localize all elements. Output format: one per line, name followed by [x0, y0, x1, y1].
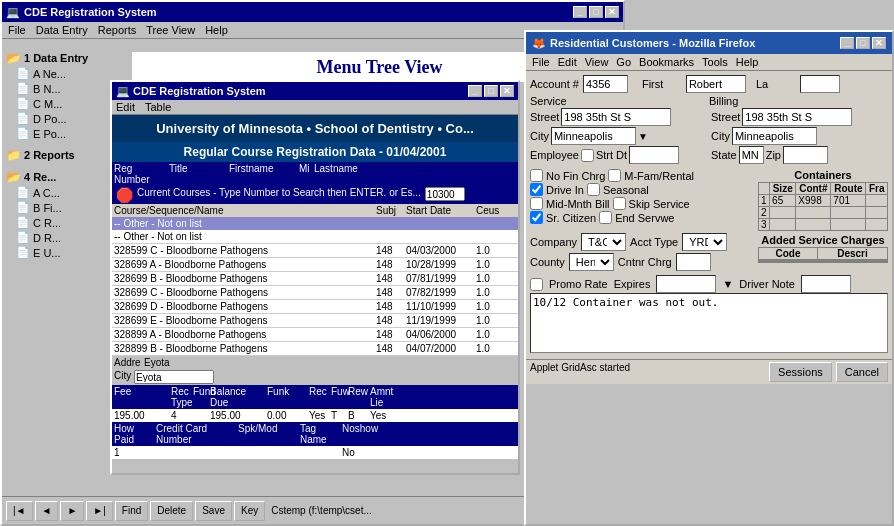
expires-input[interactable]	[656, 275, 716, 293]
find-btn[interactable]: Find	[115, 501, 148, 521]
cont-row-3: 3	[759, 219, 888, 231]
billing-city-input[interactable]	[732, 127, 817, 145]
account-input[interactable]	[583, 75, 628, 93]
cont-1-fra	[866, 195, 888, 207]
how-paid-val: 1	[114, 447, 154, 458]
ff-menu-help[interactable]: Help	[736, 56, 759, 68]
zip-input[interactable]	[783, 146, 828, 164]
added-service-panel: Added Service Charges Code Descri	[758, 233, 888, 271]
ff-minimize[interactable]: _	[840, 37, 854, 49]
course-row[interactable]: 328699 C - Bloodborne Pathogens14807/82/…	[112, 286, 518, 300]
driver-note-input[interactable]	[801, 275, 851, 293]
cont-col-num	[759, 183, 770, 195]
skip-service-label: Skip Service	[629, 198, 690, 210]
fee-label: Fee	[114, 386, 169, 408]
billing-street-input[interactable]	[742, 108, 852, 126]
ff-close[interactable]: ✕	[872, 37, 886, 49]
city-label: City	[114, 370, 134, 384]
close-btn[interactable]: ✕	[605, 6, 619, 18]
maximize-btn[interactable]: □	[589, 6, 603, 18]
city-dropdown-icon[interactable]: ▼	[638, 131, 648, 142]
ff-menu-go[interactable]: Go	[616, 56, 631, 68]
menu-help[interactable]: Help	[205, 24, 228, 36]
inner-menu-edit[interactable]: Edit	[116, 101, 135, 113]
nav-prev[interactable]: ◄	[35, 501, 59, 521]
doc-icon-2: 📄	[16, 82, 30, 95]
tree-label-reg: 4 Re...	[24, 171, 56, 183]
inner-maximize[interactable]: □	[484, 85, 498, 97]
employee-checkbox[interactable]	[581, 149, 594, 162]
minimize-btn[interactable]: _	[573, 6, 587, 18]
sr-citizen-cb[interactable]	[530, 211, 543, 224]
menu-tree-view[interactable]: Tree View	[146, 24, 195, 36]
inner-menu-table[interactable]: Table	[145, 101, 171, 113]
cancel-btn[interactable]: Cancel	[836, 362, 888, 382]
course-row[interactable]: 328699 E - Bloodborne Pathogens14811/19/…	[112, 314, 518, 328]
cde-title: CDE Registration System	[24, 6, 157, 18]
col-mi: Mi	[299, 163, 314, 185]
m-fam-rental-cb[interactable]	[608, 169, 621, 182]
state-input[interactable]	[739, 146, 764, 164]
course-row[interactable]: 328699 D - Bloodborne Pathogens14811/10/…	[112, 300, 518, 314]
menu-file[interactable]: File	[8, 24, 26, 36]
nav-next[interactable]: ►	[60, 501, 84, 521]
ff-menu-bookmarks[interactable]: Bookmarks	[639, 56, 694, 68]
ff-menu-edit[interactable]: Edit	[558, 56, 577, 68]
seasonal-cb[interactable]	[587, 183, 600, 196]
tree-item-a-new[interactable]: 📄 A Ne...	[6, 66, 128, 81]
ff-menu-tools[interactable]: Tools	[702, 56, 728, 68]
county-select[interactable]: Henn	[569, 253, 614, 271]
county-cntnr-row: County Henn Cntnr Chrg	[530, 253, 754, 271]
tree-label-c-m: C M...	[33, 98, 62, 110]
cntnr-chrg-input[interactable]	[676, 253, 711, 271]
course-row[interactable]: 328699 B - Bloodborne Pathogens14807/81/…	[112, 272, 518, 286]
notes-textarea[interactable]: 10/12 Container was not out.	[530, 293, 888, 353]
ff-maximize[interactable]: □	[856, 37, 870, 49]
street-input[interactable]	[561, 108, 671, 126]
course-row[interactable]: 328699 A - Bloodborne Pathogens14810/28/…	[112, 258, 518, 272]
delete-btn[interactable]: Delete	[150, 501, 193, 521]
no-fin-chrg-cb[interactable]	[530, 169, 543, 182]
key-btn[interactable]: Key	[234, 501, 265, 521]
city-input[interactable]	[134, 370, 214, 384]
save-btn[interactable]: Save	[195, 501, 232, 521]
drive-in-cb[interactable]	[530, 183, 543, 196]
inner-close[interactable]: ✕	[500, 85, 514, 97]
company-select[interactable]: T&C	[581, 233, 626, 251]
first-input[interactable]	[686, 75, 746, 93]
containers-table: Size Cont# Route Fra 1 65 X998 701 2	[758, 182, 888, 231]
nav-next-next[interactable]: ►|	[86, 501, 113, 521]
course-row[interactable]: 328899 B - Bloodborne Pathogens14804/07/…	[112, 342, 518, 356]
ff-menubar: File Edit View Go Bookmarks Tools Help	[526, 54, 892, 71]
dropdown-icon[interactable]: ▼	[722, 278, 733, 290]
fee-val-b: B	[348, 410, 368, 421]
skip-service-cb[interactable]	[613, 197, 626, 210]
ff-menu-view[interactable]: View	[585, 56, 609, 68]
mid-mnth-cb[interactable]	[530, 197, 543, 210]
ff-menu-file[interactable]: File	[532, 56, 550, 68]
inner-minimize[interactable]: _	[468, 85, 482, 97]
reg-number-input[interactable]	[425, 187, 465, 201]
containers-panel: Containers Size Cont# Route Fra 1 65 X99…	[758, 168, 888, 231]
promo-rate-cb[interactable]	[530, 278, 543, 291]
acct-type-select[interactable]: YRD	[682, 233, 727, 251]
street-label: Street	[530, 111, 559, 123]
menu-data-entry[interactable]: Data Entry	[36, 24, 88, 36]
course-row-other[interactable]: -- Other - Not on list	[112, 217, 518, 230]
course-row[interactable]: 328599 C - Bloodborne Pathogens14804/03/…	[112, 244, 518, 258]
last-input[interactable]	[800, 75, 840, 93]
cont-1-route: 701	[831, 195, 866, 207]
menu-reports[interactable]: Reports	[98, 24, 137, 36]
tree-label-c-r: C R...	[33, 217, 61, 229]
end-servwe-cb[interactable]	[599, 211, 612, 224]
course-row[interactable]: -- Other - Not on list	[112, 230, 518, 244]
nav-prev-prev[interactable]: |◄	[6, 501, 33, 521]
course-row[interactable]: 328899 A - Bloodborne Pathogens14804/06/…	[112, 328, 518, 342]
city-service-input[interactable]	[551, 127, 636, 145]
tree-item-data-entry[interactable]: 📂 1 Data Entry	[6, 50, 128, 66]
sessions-btn[interactable]: Sessions	[769, 362, 832, 382]
strt-dt-input[interactable]	[629, 146, 679, 164]
cont-col-size: Size	[770, 183, 796, 195]
spk-mod-label: Spk/Mod	[238, 423, 298, 445]
folder-icon-reports: 📁	[6, 148, 21, 162]
